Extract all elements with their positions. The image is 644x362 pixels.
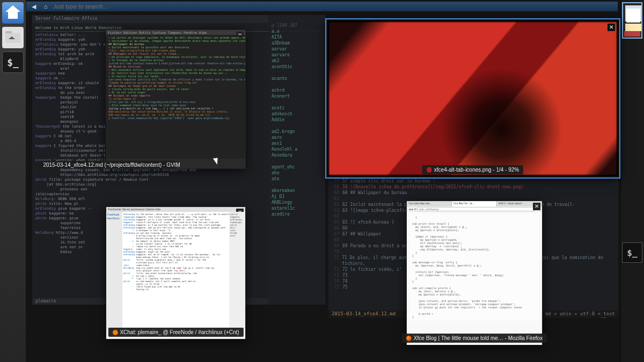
thumb-image-caption: xfce4-alt-tab-icones.png - 1/4 - 92%	[422, 165, 523, 174]
thumb-gvim[interactable]: Fichier Edition Outils Syntaxe Tampons F…	[106, 29, 246, 169]
xchat-icon	[112, 330, 118, 335]
xchat-menubar: Fenchemer Server poUsressor Options Aide	[106, 207, 245, 212]
top-search-bar: ◀ ⌂	[26, 1, 618, 12]
firefox-icon	[406, 336, 412, 341]
thumb-image-content	[329, 22, 617, 175]
thumb-xchat[interactable]: Fenchemer Server poUsressor Options Aide…	[106, 206, 246, 339]
xchat-body: mrElendig to the kernel; which then all …	[122, 212, 229, 329]
image-icon	[427, 167, 432, 173]
dock-home[interactable]	[2, 2, 24, 24]
dock-files[interactable]	[2, 27, 24, 48]
ff-page: } sub print-test-result { my ($test, $id…	[407, 212, 542, 335]
thumb-firefox[interactable]: ✕ You tube blee red…Our lfiej l fw - ia……	[406, 201, 543, 345]
url-field[interactable]: oon.sthfuesy	[418, 207, 535, 211]
ff-urlbar: ◀ ▶ ⟳ oon.sthfuesy ⌂ ☆	[407, 206, 542, 212]
home-button[interactable]: ⌂	[41, 3, 50, 10]
thumb-gvim-caption: 2015-03-14_xfce4.12.md (~/projects/ffdw/…	[37, 161, 176, 168]
nav-back-icon[interactable]: ◀	[409, 208, 411, 211]
workspace-pager: $_	[620, 0, 644, 362]
thumb-xchat-caption: XChat: plemaire_ @ FreeNode / #archlinux…	[108, 328, 243, 337]
thumb-ff-caption: Xfce Blog | The little mouse told me… - …	[402, 334, 547, 343]
xchat-sidebar: FreeNode#archlinux	[106, 212, 122, 329]
nav-forward-icon[interactable]: ▶	[412, 208, 413, 211]
reload-icon[interactable]: ⟳	[414, 208, 416, 211]
thumb-close-icon[interactable]: ✕	[533, 203, 540, 210]
gvim-menubar: Fichier Edition Outils Syntaxe Tampons F…	[106, 30, 245, 35]
browser-tab[interactable]: You tube blee red…	[407, 201, 452, 206]
xchat-userlist: kallorkaggermmrElendigtwaaargonphrikWils…	[229, 212, 245, 329]
pager-terminal[interactable]: $_	[622, 242, 642, 263]
gvim-body: ↪ La sortie de dialogue système le début…	[106, 35, 245, 159]
dock-terminal[interactable]: $_	[2, 51, 24, 73]
browser-tab[interactable]: Our lfiej l fw - ia…	[452, 201, 497, 206]
workspace-1[interactable]	[622, 2, 642, 39]
search-input[interactable]	[53, 3, 614, 10]
thumb-image-viewer[interactable]: ✕ xfce4-alt-tab-icones.png - 1/4 - 92%	[326, 19, 619, 178]
bg-user-list: @ 1109.107 a.aAITAa3Dnhamaarvaraarvaroab…	[268, 15, 325, 305]
back-button[interactable]: ◀	[30, 3, 38, 10]
left-dock: $_	[0, 0, 26, 362]
thumb-close-icon[interactable]: ✕	[608, 24, 615, 31]
bg-editor-status-right: md « unix « utf-8 < text 82% :	[531, 311, 618, 318]
ff-tabstrip: You tube blee red…Our lfiej l fw - ia…Ar…	[407, 201, 542, 206]
